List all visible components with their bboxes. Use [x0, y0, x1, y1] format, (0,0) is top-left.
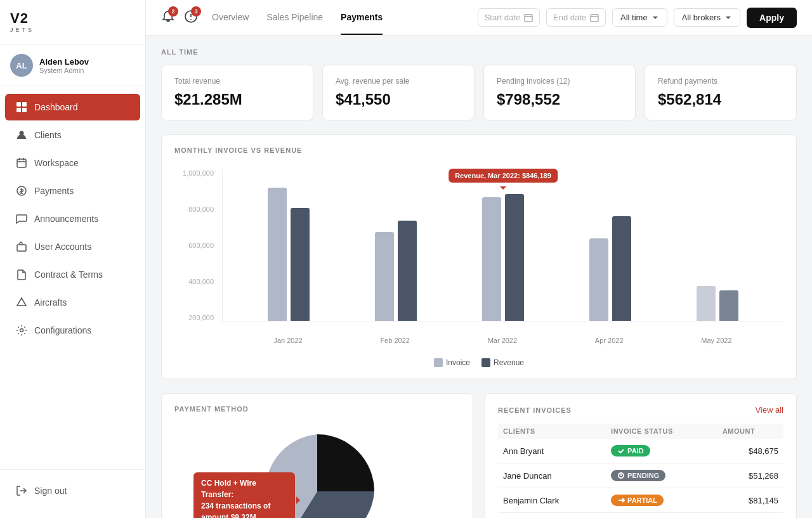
svg-rect-0	[16, 102, 21, 107]
chart-xaxis: Jan 2022 Feb 2022 Mar 2022 Apr 2022 May …	[222, 337, 783, 344]
bell-notification[interactable]: 2	[161, 10, 175, 26]
invoices-table: CLIENTS INVOICE STATUS AMOUNT Ann Bryant…	[498, 424, 783, 518]
tooltip-arrow	[500, 186, 506, 193]
yaxis-label: 400,000	[188, 278, 214, 285]
notification-icons: 2 3	[161, 10, 202, 26]
legend-label-revenue: Revenue	[494, 358, 524, 367]
xaxis-label: Feb 2022	[380, 337, 409, 344]
view-all-link[interactable]: View all	[755, 405, 783, 415]
time-filter-value: All time	[620, 13, 648, 22]
stat-card-refund: Refund payments $562,814	[645, 65, 797, 120]
broker-filter-value: All brokers	[682, 13, 721, 22]
sidebar-item-user-accounts[interactable]: User Accounts	[5, 233, 140, 260]
bar-revenue	[719, 290, 738, 321]
gear-icon	[15, 324, 28, 337]
broker-filter[interactable]: All brokers	[674, 8, 740, 27]
stat-label: Avg. revenue per sale	[336, 77, 461, 86]
briefcase-icon	[15, 240, 28, 253]
bar-invoice	[375, 232, 394, 321]
start-date-label: Start date	[485, 13, 520, 22]
chart-bars: Revenue, Mar 2022: $846,189	[222, 169, 783, 321]
sidebar-item-clients[interactable]: Clients	[5, 122, 140, 148]
svg-rect-10	[525, 15, 532, 22]
tab-overview[interactable]: Overview	[212, 1, 249, 35]
main-content: 2 3 Overview Sales Pipeline Payments Sta…	[146, 0, 812, 518]
client-name: Ann Bryant	[498, 439, 606, 463]
legend-label-invoice: Invoice	[446, 358, 470, 367]
chart-group-jan	[268, 188, 310, 321]
status-badge: PAID	[611, 445, 650, 456]
chart-section: MONTHLY INVOICE VS REVENUE 1,000,000 800…	[161, 134, 797, 379]
invoices-header: RECENT INVOICES View all	[498, 405, 783, 415]
user-profile: AL Alden Lebov System Admin	[0, 45, 145, 86]
sidebar-item-contract-terms[interactable]: Contract & Terms	[5, 261, 140, 288]
invoice-status: PENDING	[606, 463, 717, 488]
sidebar-item-aircrafts[interactable]: Aircrafts	[5, 289, 140, 316]
table-row: Ann Bryant PAID $48,675	[498, 439, 783, 463]
pie-tooltip: CC Hold + Wire Transfer:234 transactions…	[193, 472, 295, 518]
sidebar-item-dashboard[interactable]: Dashboard	[5, 94, 140, 120]
stat-label: Total revenue	[174, 77, 300, 86]
invoice-status: PAID	[606, 439, 717, 463]
end-date-input[interactable]: End date	[546, 8, 606, 27]
sidebar-bottom: Sign out	[0, 469, 145, 518]
user-info: Alden Lebov System Admin	[39, 57, 89, 74]
invoice-amount: $81,145	[717, 488, 783, 513]
bar-revenue	[612, 216, 631, 321]
apply-button[interactable]: Apply	[747, 8, 797, 28]
stat-card-pending-invoices: Pending invoices (12) $798,552	[483, 65, 636, 120]
start-date-input[interactable]: Start date	[478, 8, 540, 27]
chart-group-apr	[589, 216, 631, 321]
status-badge: PENDING	[611, 470, 665, 481]
time-filter[interactable]: All time	[612, 8, 667, 27]
chart-yaxis: 1,000,000 800,000 600,000 400,000 200,00…	[174, 169, 219, 321]
bell-badge: 2	[168, 6, 178, 16]
chart-group-mar: Revenue, Mar 2022: $846,189	[482, 194, 524, 321]
sidebar-item-label: User Accounts	[34, 242, 91, 252]
xaxis-label: Mar 2022	[488, 337, 517, 344]
sidebar-nav: Dashboard Clients Workspace Payments Ann…	[0, 86, 145, 469]
file-icon	[15, 268, 28, 281]
user-role: System Admin	[39, 67, 89, 74]
tab-payments[interactable]: Payments	[341, 1, 383, 35]
sidebar-item-label: Workspace	[34, 158, 79, 168]
invoice-amount: $48,675	[717, 439, 783, 463]
yaxis-label: 200,000	[188, 314, 214, 321]
grid-icon	[15, 101, 28, 113]
chevron-down-icon	[652, 14, 659, 22]
stat-value: $562,814	[658, 91, 783, 108]
logo: V2 JETS	[0, 0, 145, 45]
svg-rect-1	[22, 102, 27, 107]
tab-sales-pipeline[interactable]: Sales Pipeline	[266, 1, 323, 35]
calendar-icon	[590, 13, 599, 22]
alert-badge: 3	[191, 6, 201, 16]
stat-value: $798,552	[497, 91, 622, 108]
logo-title: V2	[10, 11, 135, 25]
sidebar-item-payments[interactable]: Payments	[5, 178, 140, 204]
topbar: 2 3 Overview Sales Pipeline Payments Sta…	[146, 0, 812, 36]
stat-card-total-revenue: Total revenue $21.285M	[161, 65, 313, 120]
sidebar-item-sign-out[interactable]: Sign out	[5, 477, 140, 504]
col-clients: CLIENTS	[498, 424, 606, 439]
recent-invoices-section: RECENT INVOICES View all CLIENTS INVOICE…	[485, 393, 797, 518]
chart-group-feb	[375, 221, 417, 321]
invoice-status: PARTIAL	[606, 488, 717, 513]
svg-rect-11	[591, 15, 598, 22]
svg-rect-5	[17, 159, 26, 167]
yaxis-label: 800,000	[188, 205, 214, 213]
sidebar-item-announcements[interactable]: Announcements	[5, 205, 140, 232]
legend-invoice: Invoice	[434, 358, 470, 367]
stat-label: Refund payments	[658, 77, 783, 86]
end-date-label: End date	[553, 13, 586, 22]
yaxis-label: 1,000,000	[183, 169, 214, 177]
sidebar-item-workspace[interactable]: Workspace	[5, 150, 140, 176]
client-name: Jane Duncan	[498, 463, 606, 488]
bar-revenue	[505, 194, 524, 321]
legend-dot-invoice	[434, 358, 443, 367]
sidebar-item-label: Sign out	[34, 486, 67, 496]
stat-card-avg-revenue: Avg. revenue per sale $41,550	[322, 65, 475, 120]
status-badge: PARTIAL	[611, 495, 664, 506]
client-name: Benjamin Clark	[498, 488, 606, 513]
alert-notification[interactable]: 3	[184, 10, 198, 26]
sidebar-item-configurations[interactable]: Configurations	[5, 317, 140, 344]
